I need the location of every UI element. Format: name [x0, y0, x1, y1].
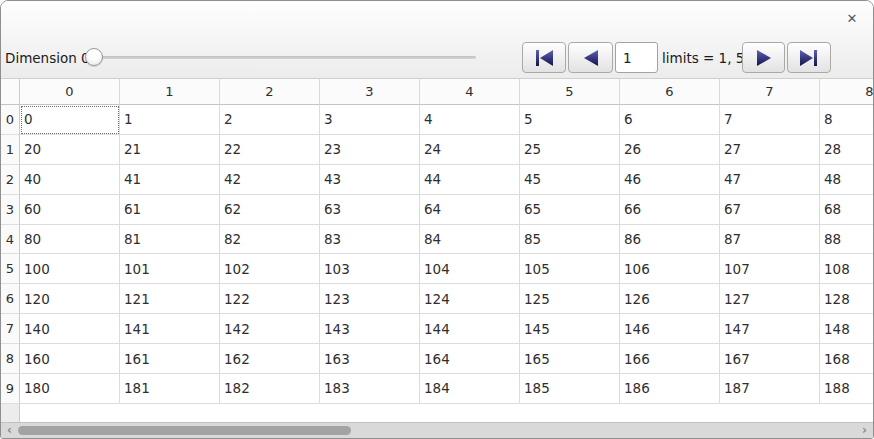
cell-r1c1[interactable]: 21 — [120, 135, 220, 165]
cell-r6c6[interactable]: 126 — [620, 284, 720, 314]
row-header-7[interactable]: 7 — [1, 314, 20, 344]
cell-r2c6[interactable]: 46 — [620, 165, 720, 195]
cell-r4c3[interactable]: 83 — [320, 225, 420, 255]
cell-r1c2[interactable]: 22 — [220, 135, 320, 165]
cell-r6c0[interactable]: 120 — [20, 284, 120, 314]
cell-r3c1[interactable]: 61 — [120, 195, 220, 225]
cell-r7c7[interactable]: 147 — [720, 314, 820, 344]
column-header-1[interactable]: 1 — [120, 79, 220, 105]
cell-r7c2[interactable]: 142 — [220, 314, 320, 344]
cell-r4c5[interactable]: 85 — [520, 225, 620, 255]
cell-r2c8[interactable]: 48 — [820, 165, 873, 195]
cell-r9c6[interactable]: 186 — [620, 374, 720, 404]
cell-r3c4[interactable]: 64 — [420, 195, 520, 225]
cell-r5c4[interactable]: 104 — [420, 254, 520, 284]
cell-r5c5[interactable]: 105 — [520, 254, 620, 284]
column-header-6[interactable]: 6 — [620, 79, 720, 105]
column-header-4[interactable]: 4 — [420, 79, 520, 105]
cell-r3c3[interactable]: 63 — [320, 195, 420, 225]
column-header-8[interactable]: 8 — [820, 79, 873, 105]
cell-r1c0[interactable]: 20 — [20, 135, 120, 165]
cell-r5c0[interactable]: 100 — [20, 254, 120, 284]
cell-r7c3[interactable]: 143 — [320, 314, 420, 344]
cell-r8c2[interactable]: 162 — [220, 344, 320, 374]
cell-r3c6[interactable]: 66 — [620, 195, 720, 225]
cell-r2c2[interactable]: 42 — [220, 165, 320, 195]
previous-page-button[interactable] — [568, 42, 613, 73]
cell-r0c8[interactable]: 8 — [820, 105, 873, 135]
cell-r1c3[interactable]: 23 — [320, 135, 420, 165]
cell-r7c0[interactable]: 140 — [20, 314, 120, 344]
cell-r3c7[interactable]: 67 — [720, 195, 820, 225]
cell-r9c4[interactable]: 184 — [420, 374, 520, 404]
cell-r6c7[interactable]: 127 — [720, 284, 820, 314]
cell-r2c3[interactable]: 43 — [320, 165, 420, 195]
cell-r0c3[interactable]: 3 — [320, 105, 420, 135]
cell-r5c3[interactable]: 103 — [320, 254, 420, 284]
column-header-5[interactable]: 5 — [520, 79, 620, 105]
cell-r0c4[interactable]: 4 — [420, 105, 520, 135]
page-index-input[interactable] — [615, 42, 658, 73]
cell-r8c7[interactable]: 167 — [720, 344, 820, 374]
cell-r4c1[interactable]: 81 — [120, 225, 220, 255]
cell-r2c5[interactable]: 45 — [520, 165, 620, 195]
grid-corner[interactable] — [1, 79, 20, 105]
last-page-button[interactable] — [787, 42, 831, 73]
cell-r9c3[interactable]: 183 — [320, 374, 420, 404]
column-header-7[interactable]: 7 — [720, 79, 820, 105]
cell-r3c0[interactable]: 60 — [20, 195, 120, 225]
first-page-button[interactable] — [522, 42, 566, 73]
scroll-right-icon[interactable]: › — [858, 423, 871, 438]
cell-r7c1[interactable]: 141 — [120, 314, 220, 344]
cell-r3c8[interactable]: 68 — [820, 195, 873, 225]
cell-r4c4[interactable]: 84 — [420, 225, 520, 255]
row-header-3[interactable]: 3 — [1, 195, 20, 225]
cell-r2c1[interactable]: 41 — [120, 165, 220, 195]
cell-r1c7[interactable]: 27 — [720, 135, 820, 165]
cell-r6c1[interactable]: 121 — [120, 284, 220, 314]
cell-r7c5[interactable]: 145 — [520, 314, 620, 344]
cell-r0c0[interactable]: 0 — [20, 105, 120, 135]
cell-r8c4[interactable]: 164 — [420, 344, 520, 374]
cell-r5c6[interactable]: 106 — [620, 254, 720, 284]
cell-r7c8[interactable]: 148 — [820, 314, 873, 344]
cell-r3c5[interactable]: 65 — [520, 195, 620, 225]
slider-groove[interactable] — [96, 56, 476, 59]
cell-r4c7[interactable]: 87 — [720, 225, 820, 255]
cell-r5c7[interactable]: 107 — [720, 254, 820, 284]
cell-r4c2[interactable]: 82 — [220, 225, 320, 255]
scroll-left-icon[interactable]: ‹ — [3, 423, 16, 438]
cell-r8c6[interactable]: 166 — [620, 344, 720, 374]
cell-r5c8[interactable]: 108 — [820, 254, 873, 284]
cell-r1c6[interactable]: 26 — [620, 135, 720, 165]
cell-r0c1[interactable]: 1 — [120, 105, 220, 135]
cell-r4c6[interactable]: 86 — [620, 225, 720, 255]
row-header-5[interactable]: 5 — [1, 254, 20, 284]
dimension-slider[interactable] — [85, 45, 480, 69]
cell-r8c8[interactable]: 168 — [820, 344, 873, 374]
cell-r4c8[interactable]: 88 — [820, 225, 873, 255]
cell-r9c2[interactable]: 182 — [220, 374, 320, 404]
cell-r5c1[interactable]: 101 — [120, 254, 220, 284]
cell-r2c7[interactable]: 47 — [720, 165, 820, 195]
next-page-button[interactable] — [742, 42, 785, 73]
cell-r8c1[interactable]: 161 — [120, 344, 220, 374]
scrollbar-thumb[interactable] — [18, 426, 351, 435]
cell-r0c6[interactable]: 6 — [620, 105, 720, 135]
cell-r0c2[interactable]: 2 — [220, 105, 320, 135]
column-header-3[interactable]: 3 — [320, 79, 420, 105]
row-header-1[interactable]: 1 — [1, 135, 20, 165]
row-header-2[interactable]: 2 — [1, 165, 20, 195]
cell-r0c5[interactable]: 5 — [520, 105, 620, 135]
row-header-6[interactable]: 6 — [1, 284, 20, 314]
close-icon[interactable]: ✕ — [842, 9, 862, 29]
cell-r2c4[interactable]: 44 — [420, 165, 520, 195]
cell-r1c5[interactable]: 25 — [520, 135, 620, 165]
cell-r8c5[interactable]: 165 — [520, 344, 620, 374]
cell-r6c2[interactable]: 122 — [220, 284, 320, 314]
cell-r2c0[interactable]: 40 — [20, 165, 120, 195]
row-header-9[interactable]: 9 — [1, 374, 20, 404]
cell-r8c0[interactable]: 160 — [20, 344, 120, 374]
cell-r9c8[interactable]: 188 — [820, 374, 873, 404]
cell-r6c4[interactable]: 124 — [420, 284, 520, 314]
